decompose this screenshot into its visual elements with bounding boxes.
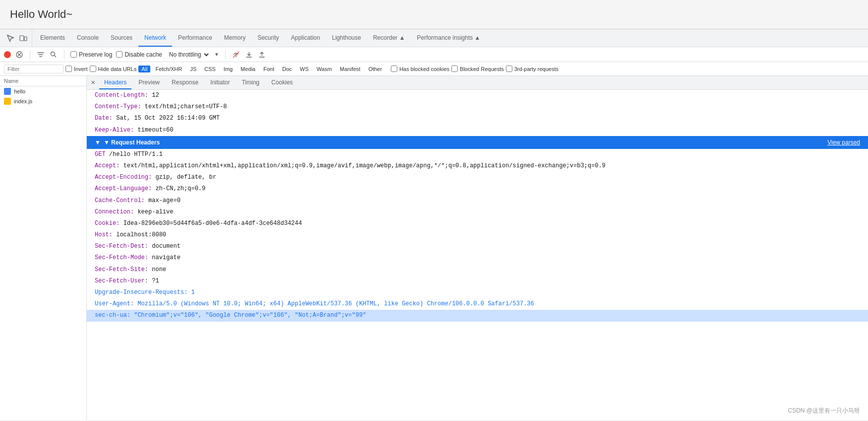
req-header-cookie: Cookie: Idea-8296eb30=5d44f6a5-d0e6-4dfa… xyxy=(87,218,868,229)
network-toolbar: Preserve log Disable cache No throttling… xyxy=(0,47,868,62)
filter-font[interactable]: Font xyxy=(260,66,277,72)
blocked-requests-checkbox[interactable] xyxy=(451,66,458,72)
section-triangle-icon: ▼ xyxy=(95,139,101,146)
tab-sources[interactable]: Sources xyxy=(105,29,138,47)
toolbar-divider-1 xyxy=(30,50,30,59)
tab-network[interactable]: Network xyxy=(138,29,172,47)
file-list-panel: Name hello index.js xyxy=(0,76,87,420)
third-party-requests-checkbox[interactable] xyxy=(506,66,512,72)
svg-rect-1 xyxy=(24,37,27,41)
filter-css[interactable]: CSS xyxy=(201,66,219,72)
throttle-select[interactable]: No throttling xyxy=(166,51,210,59)
tab-recorder[interactable]: Recorder ▲ xyxy=(367,29,411,47)
tab-application[interactable]: Application xyxy=(285,29,326,47)
tab-security[interactable]: Security xyxy=(251,29,285,47)
req-header-cache-control: Cache-Control: max-age=0 xyxy=(87,195,868,207)
req-header-sec-fetch-dest: Sec-Fetch-Dest: document xyxy=(87,241,868,252)
tab-performance[interactable]: Performance xyxy=(172,29,218,47)
detail-panel: ✕ Headers Preview Response Initiator Tim… xyxy=(87,76,868,420)
tab-elements[interactable]: Elements xyxy=(34,29,71,47)
filter-fetch-xhr[interactable]: Fetch/XHR xyxy=(152,66,185,72)
req-header-sec-ch-ua: sec-ch-ua: "Chromium";v="106", "Google C… xyxy=(87,310,868,321)
response-header-keep-alive: Keep-Alive: timeout=60 xyxy=(87,125,868,136)
filter-manifest[interactable]: Manifest xyxy=(337,66,364,72)
req-header-connection: Connection: keep-alive xyxy=(87,207,868,218)
hide-data-urls-label[interactable]: Hide data URLs xyxy=(90,66,137,72)
filter-all[interactable]: All xyxy=(138,66,150,72)
file-icon-indexjs xyxy=(4,98,11,105)
filter-doc[interactable]: Doc xyxy=(279,66,295,72)
search-icon[interactable] xyxy=(49,50,58,59)
filter-js[interactable]: JS xyxy=(187,66,199,72)
detail-tab-headers[interactable]: Headers xyxy=(99,76,131,89)
devtools-tab-bar: Elements Console Sources Network Perform… xyxy=(0,29,868,47)
filter-wasm[interactable]: Wasm xyxy=(313,66,335,72)
tab-memory[interactable]: Memory xyxy=(218,29,251,47)
filter-other[interactable]: Other xyxy=(366,66,385,72)
tab-performance-insights[interactable]: Performance insights ▲ xyxy=(411,29,487,47)
inspect-icon[interactable] xyxy=(6,34,15,43)
filter-img[interactable]: Img xyxy=(221,66,236,72)
tab-console[interactable]: Console xyxy=(71,29,105,47)
req-header-accept-language: Accept-Language: zh-CN,zh;q=0.9 xyxy=(87,183,868,195)
blocked-cookies-checkbox[interactable] xyxy=(391,66,397,72)
req-header-host: Host: localhost:8080 xyxy=(87,229,868,241)
tab-lighthouse[interactable]: Lighthouse xyxy=(326,29,367,47)
disable-cache-checkbox[interactable] xyxy=(116,51,123,58)
detail-tab-cookies[interactable]: Cookies xyxy=(266,76,298,89)
devtools-toolbar-icons xyxy=(2,29,32,47)
detail-tab-preview[interactable]: Preview xyxy=(133,76,165,89)
file-list-header: Name xyxy=(0,76,86,86)
toolbar-divider-3 xyxy=(225,50,226,59)
response-header-content-length: Content-Length: 12 xyxy=(87,90,868,101)
filter-media[interactable]: Media xyxy=(238,66,258,72)
view-parsed-button[interactable]: View parsed xyxy=(827,139,860,146)
preserve-log-label[interactable]: Preserve log xyxy=(70,51,112,58)
page-title: Hello World~ xyxy=(0,0,868,29)
clear-button[interactable] xyxy=(15,50,24,59)
throttle-dropdown-arrow: ▼ xyxy=(214,52,219,57)
req-header-upgrade-insecure: Upgrade-Insecure-Requests: 1 xyxy=(87,287,868,298)
import-icon[interactable] xyxy=(245,50,253,59)
detail-tabs: ✕ Headers Preview Response Initiator Tim… xyxy=(87,76,868,90)
detail-tab-response[interactable]: Response xyxy=(167,76,203,89)
file-icon-hello xyxy=(4,88,11,95)
main-content: Name hello index.js xyxy=(0,76,868,420)
svg-rect-0 xyxy=(20,36,24,41)
detail-tab-initiator[interactable]: Initiator xyxy=(205,76,235,89)
filter-ws[interactable]: WS xyxy=(297,66,312,72)
invert-checkbox[interactable] xyxy=(65,66,72,72)
req-header-user-agent: User-Agent: Mozilla/5.0 (Windows NT 10.0… xyxy=(87,298,868,310)
request-headers-section[interactable]: ▼ ▼ Request Headers View parsed xyxy=(87,136,868,149)
svg-rect-9 xyxy=(5,99,10,104)
third-party-requests-label[interactable]: 3rd-party requests xyxy=(506,66,558,72)
filter-icon[interactable] xyxy=(36,50,45,59)
req-header-sec-fetch-site: Sec-Fetch-Site: none xyxy=(87,264,868,276)
record-button[interactable] xyxy=(4,51,11,58)
detail-tab-timing[interactable]: Timing xyxy=(237,76,264,89)
preserve-log-checkbox[interactable] xyxy=(70,51,77,58)
file-item-indexjs[interactable]: index.js xyxy=(0,96,86,106)
filter-input[interactable] xyxy=(4,65,63,73)
blocked-cookies-label[interactable]: Has blocked cookies xyxy=(391,66,449,72)
svg-point-5 xyxy=(51,52,55,56)
wifi-icon[interactable] xyxy=(232,50,241,59)
file-item-hello[interactable]: hello xyxy=(0,86,86,96)
blocked-requests-label[interactable]: Blocked Requests xyxy=(451,66,504,72)
toolbar-divider-2 xyxy=(64,50,64,59)
hide-data-urls-checkbox[interactable] xyxy=(90,66,96,72)
svg-rect-8 xyxy=(5,89,10,94)
response-header-date: Date: Sat, 15 Oct 2022 16:14:09 GMT xyxy=(87,113,868,124)
detail-tab-close[interactable]: ✕ xyxy=(91,79,95,86)
disable-cache-label[interactable]: Disable cache xyxy=(116,51,162,58)
req-header-sec-fetch-user: Sec-Fetch-User: ?1 xyxy=(87,276,868,287)
request-headers-label: ▼ Request Headers xyxy=(104,139,160,146)
export-icon[interactable] xyxy=(257,50,266,59)
invert-checkbox-label[interactable]: Invert xyxy=(65,66,88,72)
req-header-accept-encoding: Accept-Encoding: gzip, deflate, br xyxy=(87,172,868,183)
filter-bar: Invert Hide data URLs All Fetch/XHR JS C… xyxy=(0,62,868,76)
req-header-get: GET /hello HTTP/1.1 xyxy=(87,149,868,160)
watermark: CSDN @这里有一只小马呀 xyxy=(788,407,860,415)
response-header-content-type: Content-Type: text/html;charset=UTF-8 xyxy=(87,101,868,113)
device-toggle-icon[interactable] xyxy=(19,34,28,43)
